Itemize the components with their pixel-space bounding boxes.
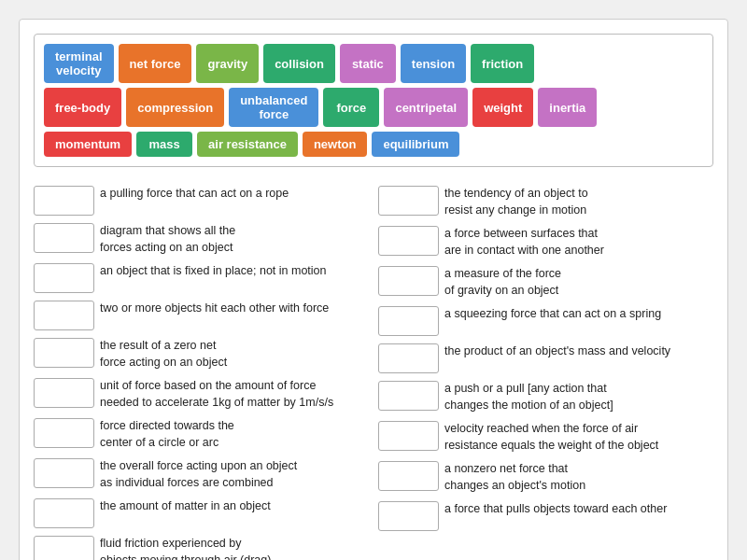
table-row: a pulling force that can act on a rope [34, 184, 369, 217]
word-chip-collision[interactable]: collision [263, 44, 335, 83]
word-chip-free-body[interactable]: free-body [44, 88, 121, 127]
answer-input-right-3[interactable] [378, 306, 439, 336]
word-chip-force[interactable]: force [323, 88, 379, 127]
word-bank-row-1: free-bodycompressionunbalanced forceforc… [44, 88, 703, 127]
definition-text: the result of a zero net force acting on… [100, 338, 369, 371]
table-row: a force between surfaces that are in con… [378, 224, 713, 260]
definition-text: fluid friction experienced by objects mo… [100, 536, 369, 560]
word-chip-centripetal[interactable]: centripetal [384, 88, 468, 127]
left-definitions-col: a pulling force that can act on a ropedi… [34, 184, 369, 560]
answer-input-left-1[interactable] [34, 223, 94, 253]
table-row: the result of a zero net force acting on… [34, 336, 369, 372]
table-row: force directed towards the center of a c… [34, 416, 369, 453]
definition-text: a squeezing force that can act on a spri… [444, 306, 713, 323]
answer-input-left-2[interactable] [34, 263, 94, 293]
table-row: velocity reached when the force of air r… [378, 419, 713, 455]
answer-input-left-3[interactable] [34, 301, 94, 330]
answer-input-right-4[interactable] [378, 343, 439, 373]
answer-input-right-5[interactable] [378, 381, 439, 411]
answer-input-left-5[interactable] [34, 378, 94, 408]
definition-text: a nonzero net force that changes an obje… [444, 461, 713, 494]
definition-text: a force between surfaces that are in con… [444, 226, 713, 259]
word-bank-row-0: terminal velocitynet forcegravitycollisi… [44, 44, 703, 83]
definition-text: an object that is fixed in place; not in… [100, 263, 369, 280]
table-row: the overall force acting upon an object … [34, 456, 369, 493]
definition-text: a measure of the force of gravity on an … [444, 266, 713, 299]
answer-input-left-7[interactable] [34, 458, 94, 488]
word-chip-tension[interactable]: tension [401, 44, 466, 83]
word-chip-compression[interactable]: compression [126, 88, 224, 127]
word-chip-net-force[interactable]: net force [119, 44, 192, 83]
word-bank-row-2: momentummassair resistancenewtonequilibr… [44, 132, 703, 157]
answer-input-right-6[interactable] [378, 421, 439, 451]
table-row: a squeezing force that can act on a spri… [378, 304, 713, 338]
definition-text: velocity reached when the force of air r… [444, 421, 713, 454]
definitions-section: a pulling force that can act on a ropedi… [34, 184, 713, 560]
table-row: two or more objects hit each other with … [34, 299, 369, 332]
word-chip-air-resistance[interactable]: air resistance [197, 132, 298, 157]
word-chip-mass[interactable]: mass [136, 132, 192, 157]
definition-text: force directed towards the center of a c… [100, 418, 369, 451]
word-chip-terminal-velocity[interactable]: terminal velocity [44, 44, 114, 83]
definition-text: a force that pulls objects toward each o… [444, 501, 713, 518]
table-row: fluid friction experienced by objects mo… [34, 534, 369, 560]
answer-input-left-4[interactable] [34, 338, 94, 368]
answer-input-right-7[interactable] [378, 461, 439, 491]
definition-text: unit of force based on the amount of for… [100, 378, 369, 411]
answer-input-left-0[interactable] [34, 186, 94, 216]
right-definitions-col: the tendency of an object to resist any … [378, 184, 713, 560]
answer-input-right-0[interactable] [378, 186, 439, 216]
definition-text: diagram that shows all the forces acting… [100, 223, 369, 256]
table-row: the tendency of an object to resist any … [378, 184, 713, 220]
answer-input-left-9[interactable] [34, 536, 94, 560]
word-bank: terminal velocitynet forcegravitycollisi… [34, 34, 713, 167]
definition-text: the product of an object's mass and velo… [444, 343, 713, 360]
answer-input-right-2[interactable] [378, 266, 439, 296]
answer-input-right-1[interactable] [378, 226, 439, 256]
word-chip-inertia[interactable]: inertia [538, 88, 597, 127]
word-chip-newton[interactable]: newton [303, 132, 368, 157]
definition-text: the amount of matter in an object [100, 498, 369, 515]
word-chip-unbalanced-force[interactable]: unbalanced force [229, 88, 318, 127]
table-row: a push or a pull [any action that change… [378, 379, 713, 415]
table-row: unit of force based on the amount of for… [34, 376, 369, 413]
definition-text: a push or a pull [any action that change… [444, 381, 713, 413]
table-row: diagram that shows all the forces acting… [34, 221, 369, 258]
answer-input-right-8[interactable] [378, 501, 439, 531]
definition-text: a pulling force that can act on a rope [100, 186, 369, 203]
main-container: terminal velocitynet forcegravitycollisi… [19, 19, 728, 560]
word-chip-friction[interactable]: friction [471, 44, 534, 83]
word-chip-static[interactable]: static [340, 44, 396, 83]
answer-input-left-6[interactable] [34, 418, 94, 448]
table-row: the amount of matter in an object [34, 497, 369, 530]
table-row: a measure of the force of gravity on an … [378, 264, 713, 301]
definition-text: the tendency of an object to resist any … [444, 186, 713, 218]
table-row: a nonzero net force that changes an obje… [378, 459, 713, 496]
word-chip-weight[interactable]: weight [472, 88, 533, 127]
table-row: an object that is fixed in place; not in… [34, 261, 369, 295]
table-row: a force that pulls objects toward each o… [378, 499, 713, 533]
word-chip-momentum[interactable]: momentum [44, 132, 132, 157]
definition-text: the overall force acting upon an object … [100, 458, 369, 491]
word-chip-equilibrium[interactable]: equilibrium [372, 132, 459, 157]
answer-input-left-8[interactable] [34, 498, 94, 528]
definition-text: two or more objects hit each other with … [100, 301, 369, 317]
table-row: the product of an object's mass and velo… [378, 342, 713, 375]
word-chip-gravity[interactable]: gravity [196, 44, 259, 83]
